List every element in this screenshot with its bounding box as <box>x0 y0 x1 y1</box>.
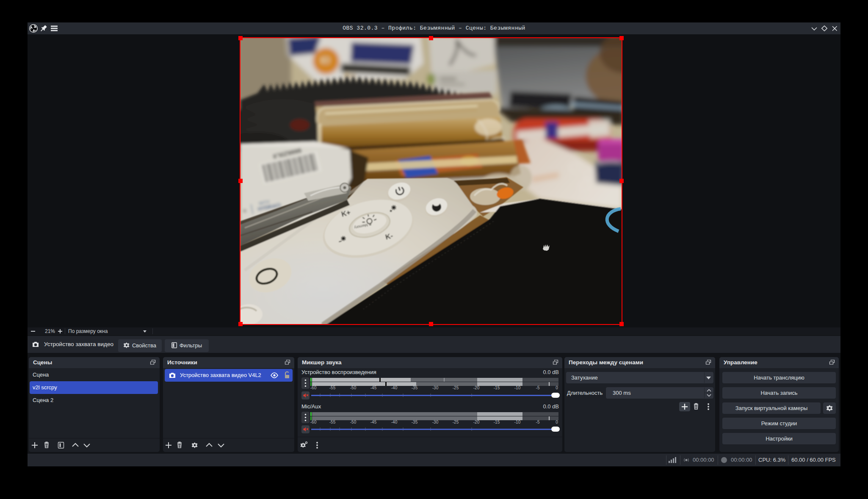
svg-text:-20: -20 <box>473 385 480 390</box>
svg-text:-55: -55 <box>329 385 336 390</box>
svg-text:-35: -35 <box>412 420 418 424</box>
svg-text:-5: -5 <box>536 420 540 424</box>
svg-text:0: 0 <box>556 420 558 424</box>
svg-text:-40: -40 <box>391 385 398 390</box>
svg-text:-45: -45 <box>370 420 377 424</box>
svg-text:-20: -20 <box>473 420 480 424</box>
svg-text:-25: -25 <box>453 420 459 424</box>
svg-text:-35: -35 <box>412 385 418 390</box>
svg-text:-15: -15 <box>494 420 500 424</box>
svg-text:-30: -30 <box>432 385 439 390</box>
svg-text:-50: -50 <box>350 385 357 390</box>
svg-text:-55: -55 <box>329 420 336 424</box>
svg-text:0: 0 <box>556 385 558 390</box>
svg-text:-5: -5 <box>536 385 540 390</box>
svg-text:-10: -10 <box>514 420 521 424</box>
svg-text:-10: -10 <box>514 385 521 390</box>
svg-text:-60: -60 <box>310 385 317 390</box>
svg-text:-45: -45 <box>370 385 377 390</box>
svg-text:-50: -50 <box>350 420 357 424</box>
svg-text:-40: -40 <box>391 420 398 424</box>
svg-text:-15: -15 <box>494 385 500 390</box>
svg-text:-60: -60 <box>310 420 317 424</box>
svg-text:-30: -30 <box>432 420 439 424</box>
svg-text:-25: -25 <box>453 385 459 390</box>
